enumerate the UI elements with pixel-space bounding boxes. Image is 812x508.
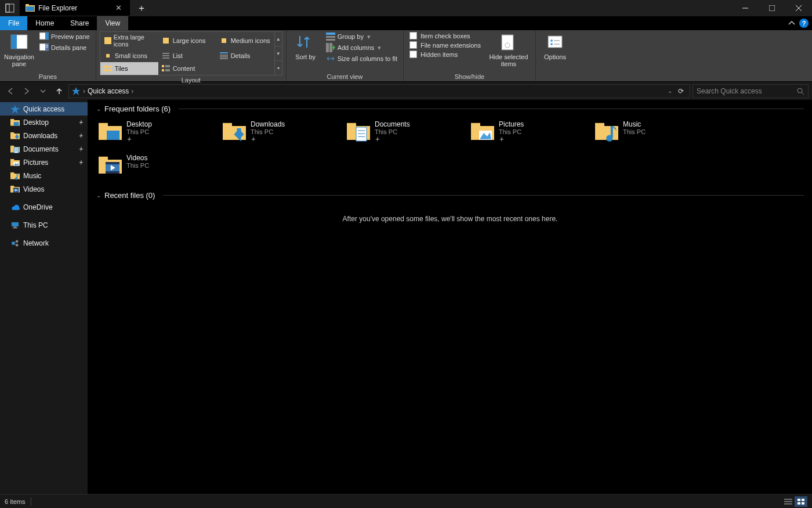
maximize-button[interactable] xyxy=(759,0,785,16)
pin-icon xyxy=(499,136,524,142)
recent-locations-button[interactable] xyxy=(36,84,50,98)
tree-item-network[interactable]: Network xyxy=(0,236,88,250)
hide-selected-items-button[interactable]: Hide selected items xyxy=(485,31,532,69)
svg-rect-29 xyxy=(108,66,112,68)
view-large-icons-button[interactable] xyxy=(795,496,807,507)
item-check-boxes-toggle[interactable]: Item check boxes xyxy=(407,31,483,40)
tile-location: This PC xyxy=(126,162,149,169)
tile-downloads[interactable]: Downloads This PC xyxy=(220,118,343,150)
address-history-dropdown[interactable]: ⌄ xyxy=(668,88,672,94)
layout-option-content[interactable]: Content xyxy=(158,62,216,75)
fit-columns-icon xyxy=(326,54,335,63)
downloads-icon xyxy=(10,131,20,140)
tab-file-explorer[interactable]: File Explorer ✕ xyxy=(20,0,130,16)
section-header[interactable]: ⌄ Recent files (0) xyxy=(96,191,804,200)
tree-item-label: Quick access xyxy=(23,105,64,113)
pin-icon xyxy=(375,136,410,142)
svg-rect-45 xyxy=(548,36,562,48)
address-bar[interactable]: › Quick access › ⌄ ⟳ xyxy=(68,84,690,98)
collapse-ribbon-icon[interactable] xyxy=(788,19,796,27)
back-button[interactable] xyxy=(3,84,17,98)
search-box[interactable]: Search Quick access xyxy=(693,84,809,98)
layout-option-large-icons[interactable]: Large icons xyxy=(158,32,216,49)
svg-rect-88 xyxy=(107,131,119,140)
layout-scroll[interactable]: ▲▼▾ xyxy=(275,31,282,75)
tree-item-label: Network xyxy=(23,239,49,247)
menu-view[interactable]: View xyxy=(97,16,128,30)
tile-desktop[interactable]: Desktop This PC xyxy=(96,118,219,150)
sort-by-button[interactable]: Sort by xyxy=(290,31,321,62)
section-header[interactable]: ⌄ Frequent folders (6) xyxy=(96,105,804,113)
menu-file[interactable]: File xyxy=(0,16,27,30)
help-button[interactable]: ? xyxy=(799,19,809,28)
tree-item-downloads[interactable]: Downloads xyxy=(0,129,88,142)
tree-item-videos[interactable]: Videos xyxy=(0,182,88,196)
svg-rect-30 xyxy=(104,69,107,71)
layout-option-extra-large-icons[interactable]: Extra large icons xyxy=(100,32,158,49)
options-button[interactable]: Options xyxy=(539,31,571,62)
sets-task-icon[interactable] xyxy=(0,0,20,16)
tab-close-button[interactable]: ✕ xyxy=(113,3,124,12)
svg-rect-12 xyxy=(45,33,49,39)
add-columns-icon xyxy=(326,43,335,52)
svg-point-103 xyxy=(606,135,612,142)
layout-option-medium-icons[interactable]: Medium icons xyxy=(216,32,274,49)
layout-option-small-icons[interactable]: Small icons xyxy=(100,49,158,62)
hidden-items-toggle[interactable]: Hidden items xyxy=(407,50,483,59)
layout-option-details[interactable]: Details xyxy=(216,49,274,62)
svg-rect-76 xyxy=(13,192,19,193)
checkbox-icon xyxy=(409,41,417,49)
svg-rect-38 xyxy=(326,33,335,35)
details-pane-button[interactable]: Details pane xyxy=(37,42,92,53)
new-tab-button[interactable]: ＋ xyxy=(130,0,153,16)
svg-rect-73 xyxy=(10,185,14,188)
tile-music[interactable]: Music This PC xyxy=(593,118,716,150)
layout-option-list[interactable]: List xyxy=(158,49,216,62)
ribbon-group-show-hide: Item check boxes File name extensions Hi… xyxy=(404,30,536,81)
tree-item-music[interactable]: Music xyxy=(0,169,88,182)
navigation-pane-button[interactable]: Navigation pane xyxy=(3,31,35,69)
svg-rect-19 xyxy=(222,38,226,43)
svg-rect-0 xyxy=(6,4,14,12)
tree-item-quick-access[interactable]: Quick access xyxy=(0,102,88,116)
navigation-pane-icon xyxy=(10,34,28,52)
refresh-button[interactable]: ⟳ xyxy=(675,87,687,95)
tile-location: This PC xyxy=(499,128,524,135)
pin-icon xyxy=(78,120,84,125)
search-icon xyxy=(796,87,804,95)
chevron-down-icon: ⌄ xyxy=(96,192,101,199)
tile-pictures[interactable]: Pictures This PC xyxy=(469,118,592,150)
pictures-icon xyxy=(471,120,494,143)
sort-icon xyxy=(296,34,315,52)
size-all-columns-button[interactable]: Size all columns to fit xyxy=(324,53,400,64)
up-button[interactable] xyxy=(52,84,66,98)
group-by-button[interactable]: Group by▾ xyxy=(324,31,400,42)
svg-rect-108 xyxy=(106,171,119,174)
add-columns-button[interactable]: Add columns▾ xyxy=(324,42,400,53)
forward-button[interactable] xyxy=(20,84,34,98)
file-name-extensions-toggle[interactable]: File name extensions xyxy=(407,41,483,49)
tile-videos[interactable]: Videos This PC xyxy=(96,152,219,184)
menu-share[interactable]: Share xyxy=(62,16,97,30)
breadcrumb-segment[interactable]: Quick access xyxy=(88,87,129,95)
status-bar: 6 items xyxy=(0,494,812,508)
tree-item-desktop[interactable]: Desktop xyxy=(0,116,88,129)
tree-item-label: Desktop xyxy=(23,118,49,127)
svg-rect-3 xyxy=(26,4,29,6)
tree-item-pictures[interactable]: Pictures xyxy=(0,156,88,169)
svg-rect-56 xyxy=(14,122,19,125)
tile-documents[interactable]: Documents This PC xyxy=(345,118,467,150)
svg-rect-17 xyxy=(104,37,111,44)
svg-rect-58 xyxy=(10,132,14,134)
view-details-button[interactable] xyxy=(782,496,795,507)
minimize-button[interactable] xyxy=(732,0,759,16)
tree-item-documents[interactable]: Documents xyxy=(0,142,88,156)
close-button[interactable] xyxy=(785,0,812,16)
layout-gallery[interactable]: Extra large iconsLarge iconsMedium icons… xyxy=(100,31,275,75)
menu-home[interactable]: Home xyxy=(27,16,62,30)
preview-pane-button[interactable]: Preview pane xyxy=(37,31,92,42)
tree-item-onedrive[interactable]: OneDrive xyxy=(0,200,88,214)
ribbon-group-layout: Extra large iconsLarge iconsMedium icons… xyxy=(96,30,287,81)
layout-option-tiles[interactable]: Tiles xyxy=(100,62,158,75)
tree-item-this-pc[interactable]: This PC xyxy=(0,218,88,232)
